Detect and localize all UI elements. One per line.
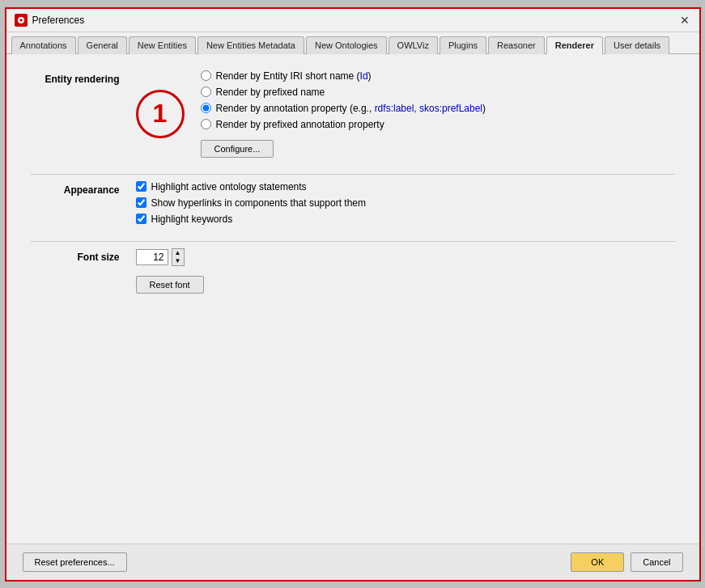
font-size-label: Font size	[31, 248, 136, 294]
tab-renderer[interactable]: Renderer	[546, 36, 603, 54]
content-area: Entity rendering 1 Render by Entity IRI …	[6, 54, 699, 544]
close-button[interactable]: ✕	[678, 14, 691, 27]
font-size-container: ▲ ▼	[136, 248, 675, 266]
tab-plugins[interactable]: Plugins	[440, 36, 486, 54]
entity-rendering-options: Render by Entity IRI short name (Id) Ren…	[201, 70, 486, 158]
checkbox-highlight-keywords-label: Highlight keywords	[151, 214, 233, 225]
divider-2	[31, 241, 675, 242]
radio-option-prefixed[interactable]: Render by prefixed name	[201, 87, 486, 98]
radio-prefixed-annotation[interactable]	[201, 119, 211, 129]
radio-option-prefixed-annotation[interactable]: Render by prefixed annotation property	[201, 119, 486, 130]
checkbox-hyperlinks-input[interactable]	[136, 197, 147, 208]
configure-button[interactable]: Configure...	[201, 140, 274, 158]
radio-option-iri[interactable]: Render by Entity IRI short name (Id)	[201, 70, 486, 82]
font-size-section: Font size ▲ ▼ Reset font	[31, 248, 675, 294]
radio-annotation[interactable]	[201, 103, 211, 113]
tab-user-details[interactable]: User details	[605, 36, 669, 54]
checkbox-highlight-active-label: Highlight active ontology statements	[151, 181, 307, 192]
entity-rendering-section: Entity rendering 1 Render by Entity IRI …	[31, 70, 675, 158]
checkbox-highlight-keywords[interactable]: Highlight keywords	[136, 214, 675, 225]
appearance-section: Appearance Highlight active ontology sta…	[31, 181, 675, 225]
footer-right: OK Cancel	[571, 552, 682, 572]
entity-rendering-row: 1 Render by Entity IRI short name (Id) R…	[136, 70, 486, 158]
checkbox-hyperlinks-label: Show hyperlinks in components that suppo…	[151, 197, 366, 209]
tab-new-entities-metadata[interactable]: New Entities Metadata	[197, 36, 304, 54]
title-bar: Preferences ✕	[6, 9, 699, 32]
cancel-button[interactable]: Cancel	[631, 552, 682, 572]
checkbox-highlight-keywords-input[interactable]	[136, 214, 147, 224]
radio-prefixed[interactable]	[201, 87, 211, 97]
app-icon	[15, 14, 28, 27]
appearance-label: Appearance	[31, 181, 136, 225]
tab-annotations[interactable]: Annotations	[11, 36, 76, 54]
iri-link: Id	[360, 70, 368, 82]
checkbox-highlight-active[interactable]: Highlight active ontology statements	[136, 181, 675, 192]
dialog-title: Preferences	[32, 15, 85, 26]
radio-iri[interactable]	[201, 70, 211, 81]
tab-new-ontologies[interactable]: New Ontologies	[306, 36, 387, 54]
reset-font-button[interactable]: Reset font	[136, 276, 204, 294]
entity-rendering-label: Entity rendering	[31, 70, 136, 158]
footer: Reset preferences... OK Cancel	[6, 544, 699, 580]
tabs-bar: Annotations General New Entities New Ent…	[6, 32, 699, 54]
checkbox-highlight-active-input[interactable]	[136, 181, 147, 192]
font-size-spinner: ▲ ▼	[172, 248, 185, 266]
reset-preferences-button[interactable]: Reset preferences...	[23, 552, 127, 572]
ok-button[interactable]: OK	[571, 552, 624, 572]
annotation-link: rdfs:label, skos:prefLabel	[375, 103, 482, 114]
tab-general[interactable]: General	[78, 36, 127, 54]
circle-indicator: 1	[136, 90, 185, 138]
font-size-decrement[interactable]: ▼	[172, 257, 184, 265]
tab-owlviz[interactable]: OWLViz	[389, 36, 438, 54]
divider-1	[31, 174, 675, 175]
appearance-options: Highlight active ontology statements Sho…	[136, 181, 675, 225]
font-size-increment[interactable]: ▲	[172, 249, 184, 257]
title-bar-left: Preferences	[15, 14, 85, 27]
tab-reasoner[interactable]: Reasoner	[488, 36, 545, 54]
tab-new-entities[interactable]: New Entities	[129, 36, 196, 54]
font-size-input[interactable]	[136, 249, 168, 265]
preferences-dialog: Preferences ✕ Annotations General New En…	[5, 7, 701, 582]
radio-option-annotation[interactable]: Render by annotation property (e.g., rdf…	[201, 103, 486, 114]
font-size-content: ▲ ▼ Reset font	[136, 248, 675, 294]
checkbox-hyperlinks[interactable]: Show hyperlinks in components that suppo…	[136, 197, 675, 209]
